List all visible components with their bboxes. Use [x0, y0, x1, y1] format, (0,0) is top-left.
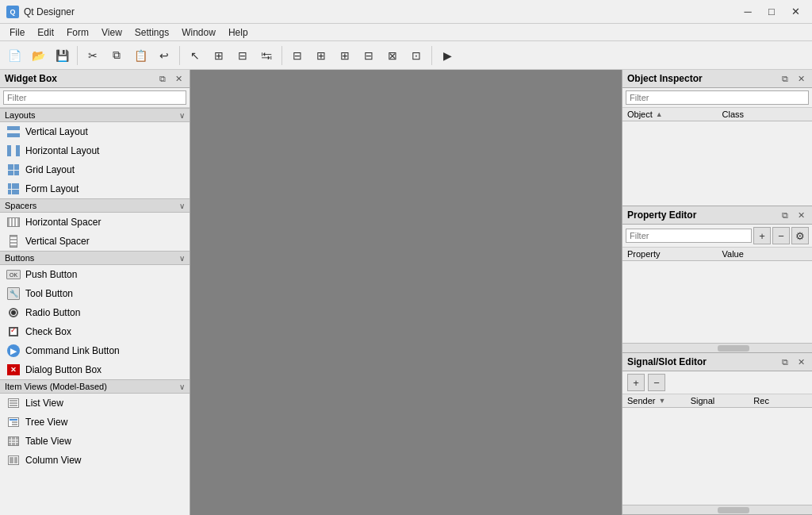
property-editor-panel: Property Editor ⧉ ✕ + − ⚙ Property	[622, 206, 812, 353]
widget-grid-layout[interactable]: Grid Layout	[0, 160, 190, 179]
section-buttons[interactable]: Buttons ∨	[0, 251, 190, 265]
signal-slot-hscrollbar[interactable]	[622, 505, 812, 514]
property-add-button[interactable]: +	[753, 227, 771, 244]
class-col-header: Class	[718, 108, 813, 121]
widget-dialog-button[interactable]: ✕ Dialog Button Box	[0, 360, 190, 379]
widget-vertical-layout[interactable]: Vertical Layout	[0, 122, 190, 141]
widget-command-link[interactable]: ▶ Command Link Button	[0, 341, 190, 360]
menu-edit[interactable]: Edit	[31, 25, 60, 40]
widget-box-close[interactable]: ✕	[172, 72, 185, 85]
widget-list-view[interactable]: List View	[0, 394, 190, 413]
tb-preview[interactable]: ▶	[436, 44, 458, 67]
menu-view[interactable]: View	[95, 25, 128, 40]
widget-vertical-spacer[interactable]: Vertical Spacer	[0, 232, 190, 251]
section-item-views-arrow: ∨	[179, 382, 185, 391]
widget-form-layout[interactable]: Form Layout	[0, 179, 190, 198]
tb-paste[interactable]: 📋	[129, 44, 151, 67]
object-inspector-title: Object Inspector	[627, 73, 703, 84]
sender-col-label: Sender	[627, 396, 655, 405]
widget-push-button[interactable]: OK Push Button	[0, 265, 190, 284]
widget-table-view[interactable]: Table View	[0, 432, 190, 451]
property-editor-close[interactable]: ✕	[795, 209, 807, 221]
tb-cut[interactable]: ✂	[82, 44, 104, 67]
tb-widget[interactable]: ⊞	[208, 44, 230, 67]
push-button-icon: OK	[6, 267, 21, 282]
tb-new[interactable]: 📄	[3, 44, 25, 67]
section-item-views[interactable]: Item Views (Model-Based) ∨	[0, 379, 190, 394]
property-editor-filter-input[interactable]	[626, 229, 752, 243]
widget-box-controls[interactable]: ⧉ ✕	[156, 72, 185, 85]
tb-copy[interactable]: ⧉	[105, 44, 128, 67]
widget-push-button-label: Push Button	[25, 269, 77, 280]
section-spacers[interactable]: Spacers ∨	[0, 198, 190, 213]
tb-select[interactable]: ↖	[184, 44, 206, 67]
widget-radio-button[interactable]: Radio Button	[0, 303, 190, 322]
tb-grid[interactable]: ⊞	[334, 44, 356, 67]
menu-help[interactable]: Help	[222, 25, 255, 40]
section-layouts-arrow: ∨	[179, 111, 185, 120]
main-area: Widget Box ⧉ ✕ Layouts ∨ Vertical Layout	[0, 70, 812, 515]
menu-settings[interactable]: Settings	[128, 25, 175, 40]
property-editor-hscrollbar-thumb[interactable]	[718, 345, 749, 352]
section-layouts-label: Layouts	[5, 110, 36, 120]
object-inspector-content: Object ▲ Class	[622, 108, 812, 206]
close-button[interactable]: ✕	[785, 4, 806, 20]
widget-horizontal-layout[interactable]: Horizontal Layout	[0, 141, 190, 160]
toolbar-separator-2	[179, 46, 180, 65]
property-editor-hscrollbar[interactable]	[622, 343, 812, 352]
object-inspector-close[interactable]: ✕	[795, 72, 807, 85]
widget-tree-view[interactable]: Tree View	[0, 413, 190, 432]
tb-save[interactable]: 💾	[51, 44, 73, 67]
object-inspector-filter-box	[622, 88, 812, 108]
property-settings-button[interactable]: ⚙	[791, 227, 809, 244]
canvas-area[interactable]	[190, 70, 622, 515]
object-col-header: Object ▲	[622, 108, 718, 121]
tb-tab[interactable]: ⭾	[255, 44, 278, 67]
widget-horizontal-spacer[interactable]: Horizontal Spacer	[0, 213, 190, 232]
signal-slot-hscrollbar-thumb[interactable]	[718, 507, 749, 513]
widget-list-view-label: List View	[25, 398, 63, 409]
menu-file[interactable]: File	[3, 25, 31, 40]
tb-hlayout[interactable]: ⊟	[286, 44, 308, 67]
widget-form-layout-label: Form Layout	[25, 183, 79, 194]
object-inspector-controls[interactable]: ⧉ ✕	[779, 72, 807, 85]
tb-adjust[interactable]: ⊡	[405, 44, 427, 67]
maximize-button[interactable]: □	[761, 4, 782, 20]
tb-form[interactable]: ⊟	[358, 44, 380, 67]
menu-window[interactable]: Window	[175, 25, 222, 40]
grid-layout-icon	[6, 163, 21, 177]
object-inspector-float[interactable]: ⧉	[779, 72, 791, 85]
widget-check-box-label: Check Box	[25, 326, 71, 337]
widget-check-box[interactable]: Check Box	[0, 322, 190, 341]
section-buttons-label: Buttons	[5, 253, 34, 263]
property-remove-button[interactable]: −	[772, 227, 790, 244]
title-bar-controls[interactable]: ─ □ ✕	[737, 4, 806, 20]
tb-undo[interactable]: ↩	[153, 44, 175, 67]
menu-form[interactable]: Form	[60, 25, 95, 40]
toolbar-separator-4	[431, 46, 432, 65]
signal-remove-button[interactable]: −	[648, 374, 665, 391]
signal-slot-float[interactable]: ⧉	[779, 356, 791, 368]
widget-box-float[interactable]: ⧉	[156, 72, 169, 85]
property-editor-controls[interactable]: ⧉ ✕	[779, 209, 807, 221]
signal-add-button[interactable]: +	[627, 374, 645, 391]
section-layouts[interactable]: Layouts ∨	[0, 108, 190, 122]
object-inspector-panel: Object Inspector ⧉ ✕ Object ▲ Class	[622, 70, 812, 206]
tb-break[interactable]: ⊠	[381, 44, 404, 67]
tb-buddy[interactable]: ⊟	[232, 44, 254, 67]
widget-box-filter-input[interactable]	[3, 90, 186, 105]
value-col-label: Value	[722, 249, 744, 259]
tb-vlayout[interactable]: ⊞	[310, 44, 332, 67]
widget-tool-button[interactable]: 🔧 Tool Button	[0, 284, 190, 303]
signal-col-header: Signal	[686, 394, 749, 408]
minimize-button[interactable]: ─	[737, 4, 758, 20]
property-editor-float[interactable]: ⧉	[779, 209, 791, 221]
widget-grid-layout-label: Grid Layout	[25, 164, 75, 175]
widget-column-view[interactable]: Column View	[0, 451, 190, 470]
object-inspector-filter-input[interactable]	[626, 90, 809, 105]
tb-open[interactable]: 📂	[27, 44, 49, 67]
signal-slot-controls[interactable]: ⧉ ✕	[779, 356, 807, 368]
widget-horizontal-layout-label: Horizontal Layout	[25, 145, 99, 156]
widget-tool-button-label: Tool Button	[25, 288, 73, 299]
signal-slot-close[interactable]: ✕	[795, 356, 807, 368]
